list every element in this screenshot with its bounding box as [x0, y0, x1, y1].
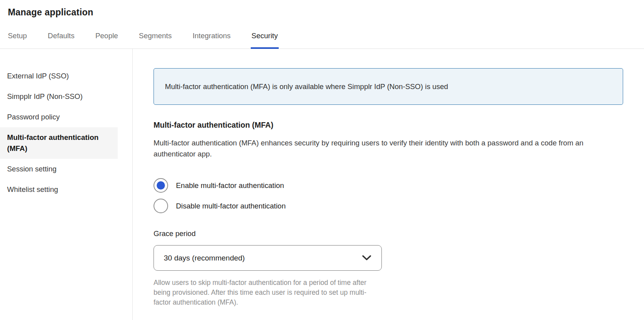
tab-people[interactable]: People: [95, 32, 118, 40]
radio-disable-mfa-label: Disable multi-factor authentication: [176, 202, 286, 210]
radio-selected-icon: [154, 178, 168, 193]
radio-enable-mfa-label: Enable multi-factor authentication: [176, 181, 284, 190]
tab-security[interactable]: Security: [252, 32, 278, 40]
radio-unselected-icon: [154, 199, 168, 213]
grace-period-select[interactable]: 30 days (recommended): [154, 245, 382, 271]
section-heading: Multi-factor authentication (MFA): [154, 120, 623, 130]
page-title: Manage application: [0, 0, 644, 18]
sidebar-item-session-setting[interactable]: Session setting: [0, 159, 118, 179]
sidebar-item-whitelist-setting[interactable]: Whitelist setting: [0, 179, 118, 200]
main-area: External IdP (SSO) Simpplr IdP (Non-SSO)…: [0, 49, 644, 320]
section-description: Multi-factor authentication (MFA) enhanc…: [154, 138, 587, 160]
grace-period-help: Allow users to skip multi-factor authent…: [154, 278, 380, 307]
info-banner-text: Multi-factor authentication (MFA) is onl…: [165, 82, 448, 91]
grace-period-label: Grace period: [154, 229, 623, 238]
grace-period-value: 30 days (recommended): [164, 254, 245, 262]
tab-integrations[interactable]: Integrations: [192, 32, 231, 40]
sidebar-item-password-policy[interactable]: Password policy: [0, 107, 118, 127]
content-panel: Multi-factor authentication (MFA) is onl…: [133, 49, 644, 320]
tab-defaults[interactable]: Defaults: [48, 32, 74, 40]
tab-bar: Setup Defaults People Segments Integrati…: [0, 32, 644, 49]
sidebar-item-external-idp[interactable]: External IdP (SSO): [0, 66, 118, 86]
sidebar-item-simpplr-idp[interactable]: Simpplr IdP (Non-SSO): [0, 86, 118, 107]
mfa-radio-group: Enable multi-factor authentication Disab…: [154, 178, 623, 213]
chevron-down-icon: [362, 255, 372, 261]
sidebar-item-mfa[interactable]: Multi-factor authentication (MFA): [0, 127, 118, 159]
tab-setup[interactable]: Setup: [8, 32, 27, 40]
radio-enable-mfa[interactable]: Enable multi-factor authentication: [154, 178, 623, 193]
info-banner: Multi-factor authentication (MFA) is onl…: [154, 68, 623, 105]
radio-disable-mfa[interactable]: Disable multi-factor authentication: [154, 199, 623, 213]
sidebar-nav: External IdP (SSO) Simpplr IdP (Non-SSO)…: [0, 49, 133, 320]
tab-segments[interactable]: Segments: [139, 32, 172, 40]
